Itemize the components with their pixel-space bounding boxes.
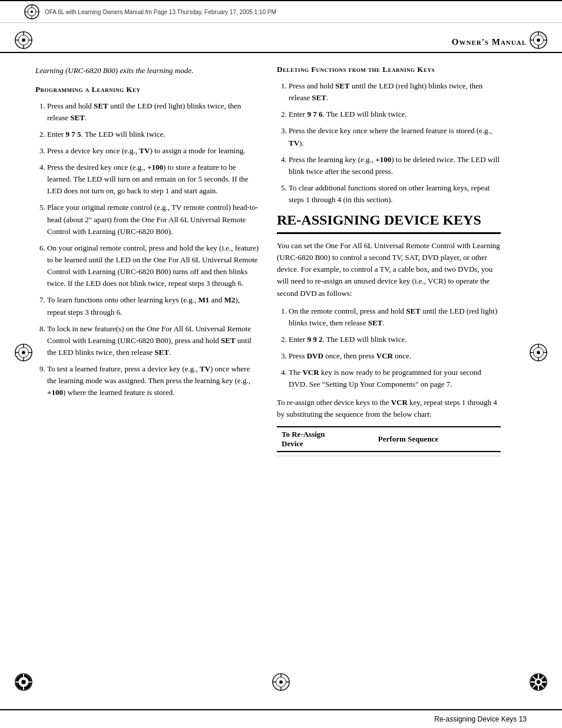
deleting-heading: Deleting Functions from the Learning Key… [277,65,501,74]
table-header-device: To Re-AssignDevice [277,427,373,452]
prog-step-2: Enter 9 7 5. The LED will blink twice. [47,129,259,140]
table-cell-device [277,452,373,456]
corner-tr-decoration [528,29,549,51]
prog-step-1: Press and hold SET until the LED (red li… [47,100,259,124]
corner-ml-decoration [13,342,34,363]
left-column: Learning (URC-6820 B00) exits the learni… [35,65,259,456]
main-content: Learning (URC-6820 B00) exits the learni… [0,53,562,468]
reassign-step-3: Press DVD once, then press VCR once. [289,350,501,362]
reassigning-heading: Re-assigning Device Keys [277,212,501,234]
page-footer: Re-assigning Device Keys 13 [0,709,562,728]
svg-point-2 [31,11,33,13]
del-step-3: Press the device key once where the lear… [289,125,501,149]
svg-point-46 [279,680,283,684]
del-step-1: Press and hold SET until the LED (red li… [289,80,501,104]
prog-step-8: To lock in new feature(s) on the One For… [47,323,259,358]
corner-bl-decoration [13,671,34,693]
svg-point-23 [22,351,25,354]
page-header: Owner's Manual [0,29,562,53]
reassigning-steps-list: On the remote control, press and hold SE… [289,305,501,391]
prog-step-7: To learn functions onto other learning k… [47,294,259,318]
intro-text: Learning (URC-6820 B00) exits the learni… [35,65,259,77]
del-step-5: To clear additional functions stored on … [289,182,501,206]
prog-step-4: Press the desired key once (e.g., +100) … [47,162,259,197]
page-title: Owner's Manual [452,37,527,47]
reassigning-note: To re-assign other device keys to the VC… [277,397,501,420]
prog-step-6: On your original remote control, press a… [47,242,259,290]
table-row [277,452,501,456]
prog-step-5: Place your original remote control (e.g.… [47,202,259,237]
prog-step-3: Press a device key once (e.g., TV) to as… [47,145,259,157]
file-info-text: OFA 6L with Learning Owners Manual.fm Pa… [45,9,276,15]
reassign-step-2: Enter 9 9 2. The LED will blink twice. [289,334,501,345]
svg-point-55 [537,680,541,684]
reassigning-body: You can set the One For All 6L Universal… [277,240,501,299]
reassign-step-4: The VCR key is now ready to be programme… [289,367,501,390]
table-header-sequence: Perform Sequence [373,427,501,452]
prog-step-9: To test a learned feature, press a devic… [47,363,259,398]
reassign-step-1: On the remote control, press and hold SE… [289,305,501,329]
top-meta-bar: OFA 6L with Learning Owners Manual.fm Pa… [0,0,562,23]
programming-heading: Programming a Learning Key [35,85,259,94]
deleting-steps-list: Press and hold SET until the LED (red li… [289,80,501,206]
corner-tl-decoration [13,29,34,51]
reassign-table: To Re-AssignDevice Perform Sequence [277,426,501,456]
svg-point-30 [537,351,540,354]
corner-br-decoration [528,671,549,693]
top-left-compass-icon [24,4,40,20]
corner-mr-decoration [528,342,549,363]
del-step-4: Press the learning key (e.g., +100) to b… [289,154,501,177]
svg-point-39 [21,680,26,684]
right-column: Deleting Functions from the Learning Key… [277,65,501,456]
footer-text: Re-assigning Device Keys 13 [434,715,527,723]
del-step-2: Enter 9 7 6. The LED will blink twice. [289,108,501,120]
table-cell-sequence [373,452,501,456]
svg-point-9 [22,38,25,42]
page-wrapper: OFA 6L with Learning Owners Manual.fm Pa… [0,0,562,728]
corner-bm-decoration [270,671,292,693]
programming-steps-list: Press and hold SET until the LED (red li… [47,100,259,399]
svg-point-16 [537,38,540,42]
